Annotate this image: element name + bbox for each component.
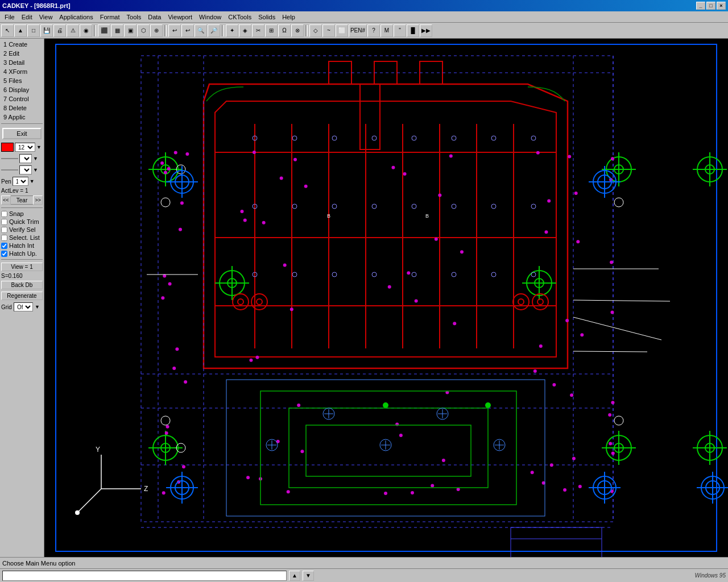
menubar-item-solids[interactable]: Solids xyxy=(255,13,279,22)
grid-select[interactable]: Off On xyxy=(14,302,33,311)
menubar-item-help[interactable]: Help xyxy=(279,13,299,22)
quick-trim-checkbox[interactable] xyxy=(1,219,7,225)
sidebar-item-5-files[interactable]: 5 Files xyxy=(1,76,43,85)
toolbar-btn-2[interactable]: □ xyxy=(27,24,40,37)
toolbar-btn-10[interactable]: ⬡ xyxy=(137,24,150,37)
snap-checkbox[interactable] xyxy=(1,211,7,217)
viewport xyxy=(44,39,728,557)
toolbar-btn-18[interactable]: ✂ xyxy=(252,24,264,37)
sidebar-divider-3 xyxy=(1,259,43,260)
linetype2-select[interactable]: 1 xyxy=(19,165,32,174)
linetype1-control: 1 ▼ xyxy=(1,154,43,163)
cmd-down-btn[interactable]: ▼ xyxy=(303,571,314,581)
sidebar-item-8-delete[interactable]: 8 Delete xyxy=(1,103,43,113)
grid-dropdown-arrow[interactable]: ▼ xyxy=(35,304,40,310)
toolbar-pen-btn[interactable]: PEN# xyxy=(349,24,367,37)
close-btn[interactable]: × xyxy=(717,2,726,10)
toolbar-btn-5[interactable]: ⚠ xyxy=(67,24,79,37)
exit-button[interactable]: Exit xyxy=(2,128,42,139)
tear-right-btn[interactable]: >> xyxy=(33,196,43,205)
sidebar-item-4-xform[interactable]: 4 XForm xyxy=(1,67,43,76)
title-text: CADKEY - [9868R1.prt] xyxy=(2,2,71,9)
titlebar: CADKEY - [9868R1.prt] _ □ × xyxy=(0,0,728,11)
menubar-item-file[interactable]: File xyxy=(1,13,18,22)
toolbar-btn-11[interactable]: ⊕ xyxy=(150,24,163,37)
menubar-item-format[interactable]: Format xyxy=(97,13,123,22)
toolbar-btn-6[interactable]: ◉ xyxy=(80,24,92,37)
linetype2-dropdown-arrow[interactable]: ▼ xyxy=(33,167,38,173)
sidebar-item-6-display[interactable]: 6 Display xyxy=(1,85,43,94)
tear-label: Tear xyxy=(11,196,34,205)
pen-label: Pen xyxy=(1,178,11,185)
toolbar-btn-23[interactable]: ~ xyxy=(322,24,335,37)
toolbar-btn-4[interactable]: 🖨 xyxy=(53,24,66,37)
toolbar-btn-22[interactable]: ◇ xyxy=(309,24,322,37)
linetype1-select[interactable]: 1 xyxy=(19,154,32,163)
tear-bar: << Tear >> xyxy=(1,196,43,205)
toolbar-btn-12[interactable]: ↩ xyxy=(168,24,181,37)
toolbar-btn-15[interactable]: 🔎 xyxy=(208,24,220,37)
toolbar-separator-12 xyxy=(164,25,167,36)
menubar-item-edit[interactable]: Edit xyxy=(18,13,36,22)
toolbar-btn-extra-4[interactable]: ▶▶ xyxy=(420,24,432,37)
color-dropdown-arrow[interactable]: ▼ xyxy=(36,144,42,150)
select-list-checkbox[interactable] xyxy=(1,235,7,241)
color-select[interactable]: 12 xyxy=(15,143,35,152)
regenerate-button[interactable]: Regenerate xyxy=(1,292,43,300)
toolbar-btn-24[interactable]: ⬜ xyxy=(336,24,348,37)
toolbar-btn-20[interactable]: Ω xyxy=(278,24,291,37)
toolbar-btn-extra-2[interactable]: " xyxy=(394,24,406,37)
toolbar-btn-19[interactable]: ⊞ xyxy=(265,24,278,37)
back-db-button[interactable]: Back Db xyxy=(1,281,43,289)
hatch-int-label: Hatch Int xyxy=(9,242,34,249)
toolbar-btn-14[interactable]: 🔍 xyxy=(195,24,207,37)
verify-sel-checkbox[interactable] xyxy=(1,227,7,233)
drawing-canvas xyxy=(44,39,728,557)
menubar-item-viewport[interactable]: Viewport xyxy=(164,13,196,22)
menubar-item-view[interactable]: View xyxy=(36,13,56,22)
menubar-item-window[interactable]: Window xyxy=(196,13,225,22)
toolbar-btn-3[interactable]: 💾 xyxy=(40,24,53,37)
main-layout: 1 Create2 Edit3 Detail4 XForm5 Files6 Di… xyxy=(0,39,728,557)
windows-logo: Windows 95 xyxy=(695,572,726,579)
toolbar-btn-21[interactable]: ⊗ xyxy=(291,24,304,37)
toolbar: ↖▲□💾🖨⚠◉⬛▦▣⬡⊕↩↩🔍🔎✦◈✂⊞Ω⊗◇~⬜PEN#?M"▐▌▶▶ xyxy=(0,23,728,39)
snap-checkbox-row: Snap xyxy=(1,210,43,217)
hatch-up-checkbox[interactable] xyxy=(1,251,7,257)
toolbar-btn-16[interactable]: ✦ xyxy=(226,24,238,37)
menubar-item-data[interactable]: Data xyxy=(144,13,164,22)
sidebar-item-2-edit[interactable]: 2 Edit xyxy=(1,49,43,58)
toolbar-btn-extra-3[interactable]: ▐▌ xyxy=(407,24,419,37)
pen-select[interactable]: 1 xyxy=(13,177,28,186)
menubar-item-applications[interactable]: Applications xyxy=(56,13,96,22)
toolbar-btn-1[interactable]: ▲ xyxy=(14,24,27,37)
toolbar-btn-extra-1[interactable]: M xyxy=(380,24,393,37)
toolbar-separator-22 xyxy=(305,25,308,36)
statusbar: Choose Main Menu option xyxy=(0,557,728,568)
sidebar-item-3-detail[interactable]: 3 Detail xyxy=(1,58,43,67)
maximize-btn[interactable]: □ xyxy=(706,2,715,10)
sidebar-item-7-control[interactable]: 7 Control xyxy=(1,94,43,103)
toolbar-btn-17[interactable]: ◈ xyxy=(239,24,251,37)
color-swatch[interactable] xyxy=(1,143,14,152)
toolbar-btn-extra-0[interactable]: ? xyxy=(367,24,380,37)
tear-left-btn[interactable]: << xyxy=(1,196,11,205)
linetype1-dropdown-arrow[interactable]: ▼ xyxy=(33,156,38,161)
toolbar-btn-0[interactable]: ↖ xyxy=(1,24,14,37)
command-input[interactable] xyxy=(2,571,287,581)
toolbar-btn-7[interactable]: ⬛ xyxy=(98,24,110,37)
menubar-item-cktools[interactable]: CKTools xyxy=(225,13,255,22)
verify-sel-label: Verify Sel xyxy=(9,226,35,233)
sidebar-item-1-create[interactable]: 1 Create xyxy=(1,40,43,49)
menubar-item-tools[interactable]: Tools xyxy=(123,13,145,22)
minimize-btn[interactable]: _ xyxy=(696,2,705,10)
pen-dropdown-arrow[interactable]: ▼ xyxy=(30,178,35,184)
view-button[interactable]: View = 1 xyxy=(1,263,43,271)
hatch-int-checkbox[interactable] xyxy=(1,243,7,249)
toolbar-btn-13[interactable]: ↩ xyxy=(181,24,194,37)
toolbar-btn-8[interactable]: ▦ xyxy=(111,24,123,37)
sidebar-item-9-applic[interactable]: 9 Applic xyxy=(1,113,43,122)
bottombar: ▲ ▼ Windows 95 xyxy=(0,568,728,582)
toolbar-btn-9[interactable]: ▣ xyxy=(124,24,136,37)
cmd-up-btn[interactable]: ▲ xyxy=(289,571,300,581)
